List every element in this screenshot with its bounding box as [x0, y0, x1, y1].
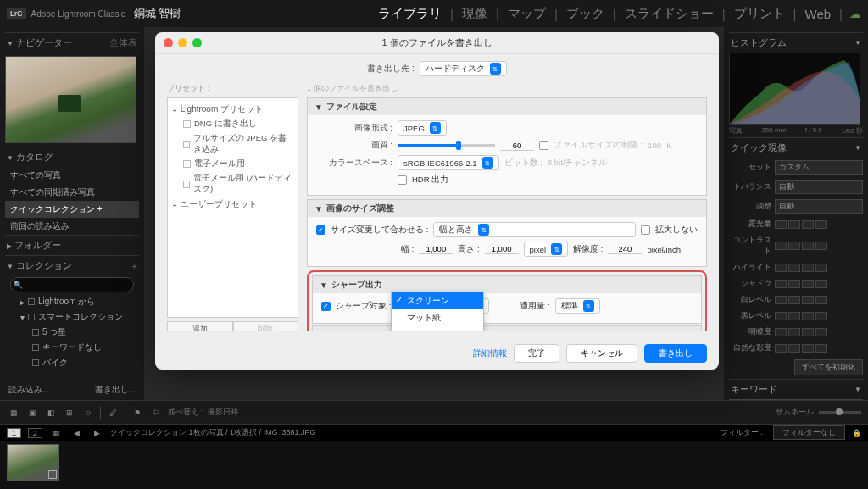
width-input[interactable] — [419, 244, 453, 254]
colorspace-select[interactable]: sRGB IEC61966-2.1⇅ — [398, 155, 499, 170]
no-upscale-checkbox[interactable] — [641, 225, 650, 235]
collection-item[interactable]: ▸Lightroom から — [5, 294, 139, 309]
cancel-button[interactable]: キャンセル — [566, 344, 637, 363]
breadcrumb[interactable]: クイックコレクション 1枚の写真 / 1枚選択 / IMG_3561.JPG — [110, 427, 316, 438]
adj-minus2[interactable] — [775, 264, 787, 272]
adj-plus2[interactable] — [815, 328, 827, 336]
adj-plus2[interactable] — [815, 220, 827, 229]
section-header[interactable]: ▼ ファイル設定 — [308, 98, 706, 115]
resolution-input[interactable] — [608, 244, 642, 254]
hdr-checkbox[interactable] — [398, 175, 407, 185]
collection-item[interactable]: 5 つ星 — [5, 325, 139, 340]
adj-minus2[interactable] — [775, 312, 787, 320]
adj-plus2[interactable] — [815, 280, 827, 288]
sort-value[interactable]: 撮影日時 — [208, 407, 238, 418]
quality-slider[interactable] — [398, 144, 495, 147]
preset-group[interactable]: ⌄ Lightroom プリセット — [171, 102, 294, 117]
adj-minus[interactable] — [788, 220, 800, 229]
module-library[interactable]: ライブラリ — [373, 6, 447, 22]
survey-view-icon[interactable]: ⊞ — [63, 406, 76, 420]
nav-fwd-icon[interactable]: ▶ — [90, 426, 103, 440]
adj-minus[interactable] — [788, 264, 800, 272]
adj-minus2[interactable] — [775, 328, 787, 336]
adj-minus2[interactable] — [775, 280, 787, 288]
nav-back-icon[interactable]: ◀ — [70, 426, 83, 440]
thumbnail-size-slider[interactable] — [819, 411, 861, 414]
catalog-item[interactable]: すべての同期済み写真 — [5, 184, 139, 201]
sharpen-checkbox[interactable]: ✓ — [321, 302, 331, 311]
preset-group[interactable]: ⌄ ユーザープリセット — [171, 197, 294, 212]
dropdown-option[interactable]: スクリーン — [392, 292, 483, 309]
quickdev-header[interactable]: クイック現像▼ — [729, 137, 863, 158]
resize-mode-select[interactable]: 幅と高さ⇅ — [433, 222, 636, 237]
adj-plus2[interactable] — [815, 296, 827, 304]
catalog-item[interactable]: クイックコレクション + — [5, 201, 139, 218]
sharpen-amount-select[interactable]: 標準⇅ — [555, 298, 600, 314]
export-dest-select[interactable]: ハードディスク⇅ — [420, 61, 507, 76]
export-button[interactable]: 書き出し... — [95, 384, 136, 396]
preset-remove-button[interactable]: 削除 — [233, 321, 299, 331]
catalog-header[interactable]: ▼ カタログ — [5, 147, 139, 167]
adj-plus[interactable] — [802, 264, 814, 272]
loupe-view-icon[interactable]: ▣ — [25, 406, 39, 420]
module-develop[interactable]: 現像 — [457, 6, 492, 22]
adj-plus[interactable] — [802, 296, 814, 304]
adj-minus[interactable] — [788, 312, 800, 320]
navigator-header[interactable]: ▼ ナビゲーター全体表 — [5, 32, 139, 53]
flag-pick-icon[interactable]: ⚑ — [131, 406, 144, 420]
resize-checkbox[interactable]: ✓ — [316, 225, 326, 235]
reset-all-button[interactable]: すべてを初期化 — [794, 359, 863, 375]
adj-minus[interactable] — [788, 296, 800, 304]
adj-plus[interactable] — [802, 242, 814, 250]
dialog-titlebar[interactable]: 1 個のファイルを書き出し — [155, 32, 719, 54]
catalog-item[interactable]: 前回の読み込み — [5, 218, 139, 235]
wb-select[interactable]: 自動 — [775, 180, 863, 194]
adj-plus[interactable] — [802, 328, 814, 336]
adj-plus[interactable] — [802, 280, 814, 288]
adj-minus[interactable] — [788, 344, 800, 353]
preset-item[interactable]: 電子メール用 (ハードディスク) — [171, 171, 294, 197]
adj-plus2[interactable] — [815, 242, 827, 250]
adj-plus[interactable] — [802, 344, 814, 353]
spray-icon[interactable]: 🖊 — [106, 406, 120, 420]
keyword-input[interactable] — [729, 399, 863, 400]
size-unit-select[interactable]: pixel⇅ — [524, 242, 569, 257]
adj-minus2[interactable] — [775, 344, 787, 353]
grid-view-icon[interactable]: ▦ — [7, 406, 20, 420]
folder-header[interactable]: ▶ フォルダー — [5, 235, 139, 255]
adj-minus2[interactable] — [775, 220, 787, 229]
export-button[interactable]: 書き出し — [644, 344, 707, 363]
collection-item[interactable]: バイク — [5, 355, 139, 370]
section-header[interactable]: ▼ メタデータ — [313, 326, 701, 331]
dropdown-option[interactable]: マット紙 — [392, 309, 483, 326]
people-view-icon[interactable]: ☺ — [81, 406, 95, 420]
module-slideshow[interactable]: スライドショー — [620, 6, 719, 22]
preset-item[interactable]: フルサイズの JPEG を書き込み — [171, 131, 294, 157]
done-button[interactable]: 完了 — [514, 344, 559, 363]
preset-list[interactable]: ⌄ Lightroom プリセット DNG に書き出し フルサイズの JPEG … — [167, 97, 298, 318]
grid-small-icon[interactable]: ▦ — [49, 426, 63, 440]
adj-plus[interactable] — [802, 220, 814, 229]
module-web[interactable]: Web — [800, 7, 837, 21]
import-button[interactable]: 読み込み... — [8, 384, 49, 396]
image-format-select[interactable]: JPEG⇅ — [398, 120, 447, 136]
module-print[interactable]: プリント — [729, 6, 790, 22]
collection-search-input[interactable] — [10, 277, 134, 292]
adj-minus[interactable] — [788, 242, 800, 250]
tone-select[interactable]: 自動 — [775, 199, 863, 214]
collection-item[interactable]: キーワードなし — [5, 340, 139, 355]
quality-input[interactable] — [500, 141, 534, 151]
filter-select[interactable]: フィルターなし — [773, 425, 845, 440]
preset-add-button[interactable]: 追加 — [167, 321, 233, 331]
flag-reject-icon[interactable]: ⚐ — [149, 406, 163, 420]
height-input[interactable] — [485, 244, 519, 254]
collection-header[interactable]: ▼ コレクション+ — [5, 255, 139, 275]
source-page[interactable]: 1 — [7, 428, 21, 438]
preset-item[interactable]: DNG に書き出し — [171, 117, 294, 131]
histogram-display[interactable] — [729, 53, 860, 125]
adj-minus2[interactable] — [775, 296, 787, 304]
compare-view-icon[interactable]: ◧ — [44, 406, 58, 420]
adj-plus2[interactable] — [815, 312, 827, 320]
collection-item[interactable]: ▾スマートコレクション — [5, 309, 139, 325]
source-page[interactable]: 2 — [28, 428, 42, 438]
